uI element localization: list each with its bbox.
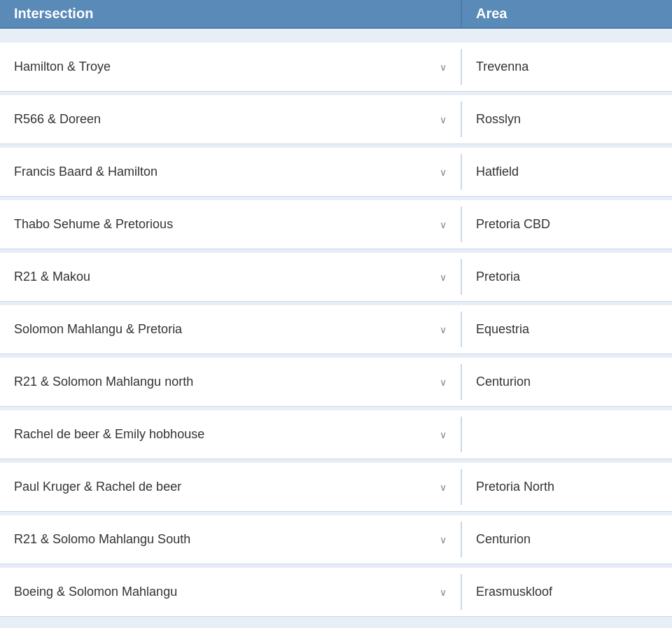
intersection-text: Thabo Sehume & Pretorious [14,217,173,232]
intersection-text: Paul Kruger & Rachel de beer [14,480,181,494]
table-header: Intersection Area [0,0,672,29]
area-text: Rosslyn [476,112,521,126]
intersection-cell: Boeing & Solomon Mahlangu ∨ [0,574,462,610]
chevron-down-icon[interactable]: ∨ [440,482,447,493]
intersection-text: R566 & Doreen [14,112,101,127]
intersection-cell: Hamilton & Troye ∨ [0,49,462,85]
area-cell: Trevenna [462,49,672,85]
intersection-cell: R566 & Doreen ∨ [0,102,462,137]
intersection-text: Solomon Mahlangu & Pretoria [14,322,182,337]
chevron-down-icon[interactable]: ∨ [440,272,447,283]
chevron-down-icon[interactable]: ∨ [440,167,447,178]
intersection-cell: Paul Kruger & Rachel de beer ∨ [0,469,462,505]
area-cell: Pretoria CBD [462,207,672,242]
area-cell: Centurion [462,522,672,557]
table-row: Rachel de beer & Emily hobhouse ∨ [0,410,672,459]
table-body: Hamilton & Troye ∨ Trevenna R566 & Doree… [0,43,672,617]
area-text: Centurion [476,375,531,389]
intersection-text: Rachel de beer & Emily hobhouse [14,427,204,442]
chevron-down-icon[interactable]: ∨ [440,62,447,73]
intersection-header-label: Intersection [14,6,93,21]
area-text: Pretoria [476,270,520,284]
intersection-text: Hamilton & Troye [14,60,111,74]
area-column-header: Area [462,0,672,27]
intersection-text: R21 & Solomo Mahlangu South [14,532,190,547]
table-row: R21 & Makou ∨ Pretoria [0,253,672,302]
table-row: Paul Kruger & Rachel de beer ∨ Pretoria … [0,463,672,512]
area-cell: Equestria [462,312,672,347]
table-row: Boeing & Solomon Mahlangu ∨ Erasmuskloof [0,568,672,617]
area-cell: Erasmuskloof [462,574,672,610]
area-cell [462,424,672,445]
chevron-down-icon[interactable]: ∨ [440,534,447,545]
area-cell: Centurion [462,364,672,400]
area-text: Centurion [476,532,531,546]
table-row: Francis Baard & Hamilton ∨ Hatfield [0,148,672,197]
intersection-cell: R21 & Solomo Mahlangu South ∨ [0,522,462,557]
area-cell: Hatfield [462,154,672,190]
table-row: R566 & Doreen ∨ Rosslyn [0,95,672,144]
table-row: Solomon Mahlangu & Pretoria ∨ Equestria [0,305,672,354]
area-cell: Pretoria North [462,469,672,505]
chevron-down-icon[interactable]: ∨ [440,377,447,388]
table-row: Thabo Sehume & Pretorious ∨ Pretoria CBD [0,200,672,249]
chevron-down-icon[interactable]: ∨ [440,114,447,125]
intersection-text: R21 & Makou [14,270,90,284]
intersection-text: R21 & Solomon Mahlangu north [14,375,193,389]
chevron-down-icon[interactable]: ∨ [440,429,447,440]
intersection-cell: Solomon Mahlangu & Pretoria ∨ [0,312,462,347]
table-row: R21 & Solomo Mahlangu South ∨ Centurion [0,515,672,564]
area-text: Pretoria North [476,480,554,494]
chevron-down-icon[interactable]: ∨ [440,219,447,230]
intersection-table: Intersection Area Hamilton & Troye ∨ Tre… [0,0,672,617]
intersection-cell: Thabo Sehume & Pretorious ∨ [0,207,462,242]
chevron-down-icon[interactable]: ∨ [440,324,447,335]
area-text: Trevenna [476,60,528,74]
area-text: Hatfield [476,165,519,179]
area-cell: Pretoria [462,259,672,295]
area-cell: Rosslyn [462,102,672,137]
area-text: Equestria [476,322,529,336]
area-header-label: Area [476,6,507,21]
header-spacer [0,29,672,43]
intersection-cell: Francis Baard & Hamilton ∨ [0,154,462,190]
table-row: Hamilton & Troye ∨ Trevenna [0,43,672,92]
intersection-column-header: Intersection [0,0,462,27]
area-text: Pretoria CBD [476,217,550,231]
intersection-cell: R21 & Makou ∨ [0,259,462,295]
intersection-text: Boeing & Solomon Mahlangu [14,585,177,599]
table-row: R21 & Solomon Mahlangu north ∨ Centurion [0,358,672,407]
intersection-cell: R21 & Solomon Mahlangu north ∨ [0,364,462,400]
intersection-cell: Rachel de beer & Emily hobhouse ∨ [0,417,462,452]
area-text: Erasmuskloof [476,585,552,599]
intersection-text: Francis Baard & Hamilton [14,165,158,179]
chevron-down-icon[interactable]: ∨ [440,587,447,598]
